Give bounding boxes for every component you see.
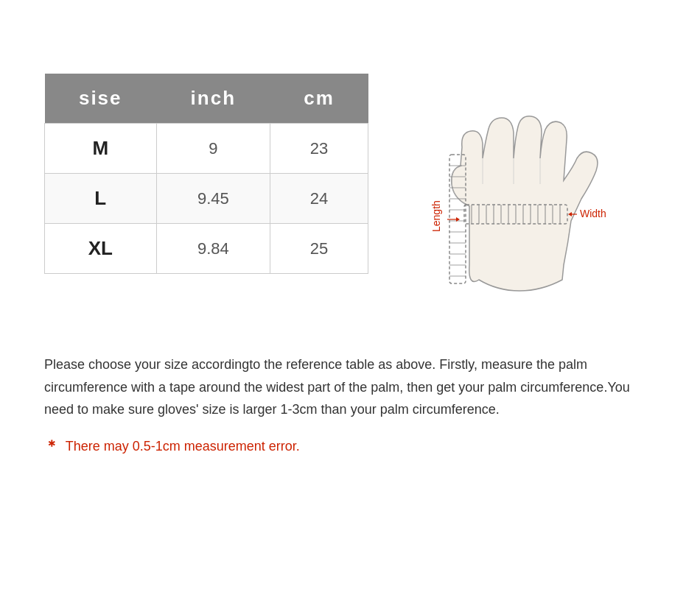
svg-text:Length: Length bbox=[430, 200, 442, 232]
table-row: L 9.45 24 bbox=[45, 174, 368, 224]
size-xl: XL bbox=[45, 224, 157, 274]
cm-m: 23 bbox=[270, 124, 368, 174]
header-sise: sise bbox=[45, 74, 157, 124]
header-inch: inch bbox=[156, 74, 270, 124]
inch-xl: 9.84 bbox=[156, 224, 270, 274]
description-text: Please choose your size accordingto the … bbox=[44, 353, 648, 421]
inch-l: 9.45 bbox=[156, 174, 270, 224]
glove-svg: Width Length bbox=[409, 37, 645, 317]
table-row: M 9 23 bbox=[45, 124, 368, 174]
glove-diagram: Width Length bbox=[398, 29, 656, 317]
asterisk-icon: ＊ bbox=[44, 437, 59, 454]
size-table: sise inch cm M 9 23 L 9.45 24 XL bbox=[44, 74, 368, 274]
header-cm: cm bbox=[270, 74, 368, 124]
top-section: sise inch cm M 9 23 L 9.45 24 XL bbox=[44, 29, 656, 317]
svg-text:Width: Width bbox=[580, 208, 606, 219]
error-note: ＊ There may 0.5-1cm measurement error. bbox=[44, 436, 648, 456]
table-row: XL 9.84 25 bbox=[45, 224, 368, 274]
cm-xl: 25 bbox=[270, 224, 368, 274]
size-m: M bbox=[45, 124, 157, 174]
inch-m: 9 bbox=[156, 124, 270, 174]
error-text: There may 0.5-1cm measurement error. bbox=[66, 439, 300, 454]
main-container: sise inch cm M 9 23 L 9.45 24 XL bbox=[0, 0, 700, 589]
size-l: L bbox=[45, 174, 157, 224]
description-section: Please choose your size accordingto the … bbox=[44, 353, 648, 456]
cm-l: 24 bbox=[270, 174, 368, 224]
